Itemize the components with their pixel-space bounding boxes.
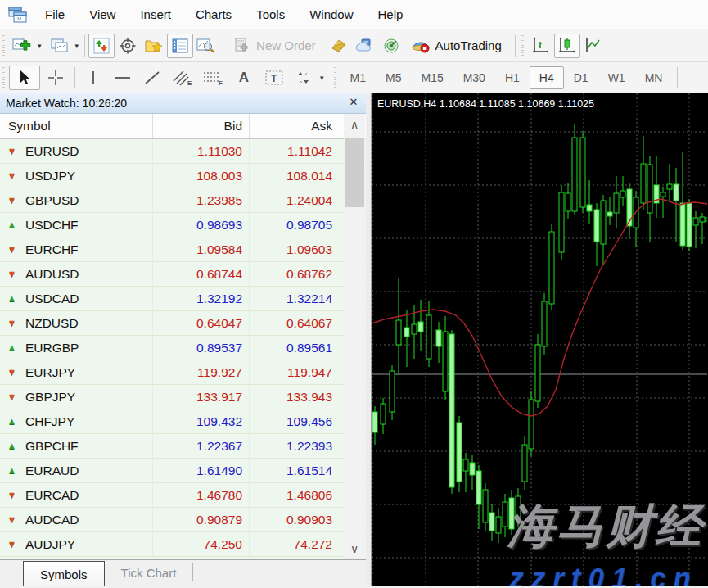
market-watch-tabs: SymbolsTick Chart bbox=[0, 559, 366, 586]
table-row-audcad[interactable]: ▼AUDCAD0.908790.90903 bbox=[0, 508, 366, 532]
timeframe-button-w1[interactable]: W1 bbox=[598, 66, 635, 89]
bid-value: 0.90879 bbox=[152, 508, 249, 531]
bar-chart-mode-button[interactable] bbox=[528, 34, 554, 58]
symbol-cell: ▼EURCHF bbox=[0, 242, 152, 257]
table-row-eurjpy[interactable]: ▼EURJPY119.927119.947 bbox=[0, 360, 366, 385]
vertical-line-tool-button[interactable] bbox=[79, 66, 108, 90]
table-row-audjpy[interactable]: ▼AUDJPY74.25074.272 bbox=[0, 532, 366, 557]
table-row-eurcad[interactable]: ▼EURCAD1.467801.46806 bbox=[0, 483, 366, 508]
profiles-caret-icon[interactable]: ▾ bbox=[75, 42, 79, 50]
table-row-usdchf[interactable]: ▲USDCHF0.986930.98705 bbox=[0, 213, 366, 237]
timeframe-button-m30[interactable]: M30 bbox=[453, 66, 495, 89]
strategy-tester-button[interactable] bbox=[193, 34, 219, 58]
signals-button[interactable] bbox=[378, 34, 404, 58]
table-row-gbpjpy[interactable]: ▼GBPJPY133.917133.943 bbox=[0, 385, 366, 409]
scrollbar-track[interactable] bbox=[344, 135, 365, 538]
table-row-eurusd[interactable]: ▼EURUSD1.110301.11042 bbox=[0, 139, 366, 164]
timeframe-button-m5[interactable]: M5 bbox=[376, 66, 411, 89]
cursor-tool-button[interactable] bbox=[9, 66, 40, 90]
text-label-tool-button[interactable]: T bbox=[259, 66, 290, 90]
metaeditor-button[interactable] bbox=[326, 34, 352, 58]
arrows-tool-caret-icon[interactable]: ▾ bbox=[320, 74, 324, 82]
table-row-chfjpy[interactable]: ▲CHFJPY109.432109.456 bbox=[0, 409, 366, 434]
tab-symbols[interactable]: Symbols bbox=[23, 561, 105, 586]
table-row-gbpusd[interactable]: ▼GBPUSD1.239851.24004 bbox=[0, 188, 366, 213]
terminal-button[interactable] bbox=[167, 34, 193, 58]
autotrading-label: AutoTrading bbox=[435, 38, 502, 52]
market-watch-titlebar[interactable]: Market Watch: 10:26:20 ✕ bbox=[0, 93, 366, 114]
menu-item-window[interactable]: Window bbox=[297, 0, 365, 29]
data-window-button[interactable] bbox=[115, 34, 141, 58]
table-row-eurchf[interactable]: ▼EURCHF1.095841.09603 bbox=[0, 237, 366, 262]
candle-chart-mode-button[interactable] bbox=[554, 34, 580, 58]
new-order-button[interactable]: New Order bbox=[227, 34, 322, 58]
symbol-name: EURAUD bbox=[25, 464, 79, 478]
bid-value: 1.22367 bbox=[152, 434, 249, 458]
navigator-button[interactable] bbox=[141, 34, 167, 58]
symbol-cell: ▼AUDCAD bbox=[0, 513, 152, 527]
crosshair-tool-button[interactable] bbox=[40, 66, 71, 90]
strategy-tester-icon bbox=[196, 38, 216, 54]
table-row-nzdusd[interactable]: ▼NZDUSD0.640470.64067 bbox=[0, 311, 366, 336]
timeframe-button-mn[interactable]: MN bbox=[635, 66, 673, 89]
ask-value: 108.014 bbox=[249, 164, 339, 188]
bid-value: 74.250 bbox=[152, 532, 249, 556]
menu-item-help[interactable]: Help bbox=[366, 0, 416, 29]
line-chart-mode-button[interactable] bbox=[580, 34, 607, 58]
symbol-cell: ▲GBPCHF bbox=[0, 439, 152, 454]
table-row-audusd[interactable]: ▼AUDUSD0.687440.68762 bbox=[0, 262, 366, 287]
symbol-name: NZDUSD bbox=[25, 316, 79, 331]
column-header-bid[interactable]: Bid bbox=[152, 114, 249, 138]
toolbar-grip[interactable] bbox=[332, 67, 339, 88]
table-row-usdcad[interactable]: ▲USDCAD1.321921.32214 bbox=[0, 287, 366, 311]
cloud-icon bbox=[355, 38, 375, 54]
symbol-name: USDJPY bbox=[25, 169, 75, 183]
column-header-symbol[interactable]: Symbol bbox=[0, 119, 152, 133]
equidistant-channel-tool-button[interactable]: E bbox=[167, 66, 198, 90]
toolbar-grip[interactable] bbox=[1, 67, 7, 88]
new-chart-caret-icon[interactable]: ▾ bbox=[38, 42, 42, 50]
text-tool-button[interactable]: A bbox=[229, 66, 259, 90]
symbol-name: AUDUSD bbox=[25, 267, 79, 282]
toolbar-grip[interactable] bbox=[1, 35, 7, 57]
autotrading-button[interactable]: AutoTrading bbox=[404, 34, 508, 58]
profiles-button[interactable] bbox=[47, 34, 73, 58]
close-icon[interactable]: ✕ bbox=[347, 96, 360, 108]
table-row-eurgbp[interactable]: ▲EURGBP0.895370.89561 bbox=[0, 336, 366, 360]
scroll-up-icon[interactable]: ∧ bbox=[344, 114, 365, 135]
market-watch-scrollbar[interactable]: ∧ ∨ bbox=[344, 114, 365, 559]
arrows-tool-icon bbox=[295, 70, 313, 86]
timeframe-button-h4[interactable]: H4 bbox=[530, 66, 564, 89]
menu-item-view[interactable]: View bbox=[77, 0, 128, 29]
scroll-down-icon[interactable]: ∨ bbox=[344, 538, 365, 559]
equidistant-channel-icon: E bbox=[172, 70, 193, 86]
horizontal-line-tool-button[interactable] bbox=[108, 66, 138, 90]
timeframe-button-h1[interactable]: H1 bbox=[495, 66, 530, 89]
table-row-usdjpy[interactable]: ▼USDJPY108.003108.014 bbox=[0, 164, 366, 188]
timeframe-button-m1[interactable]: M1 bbox=[340, 66, 376, 89]
menu-item-insert[interactable]: Insert bbox=[128, 0, 183, 29]
table-row-gbpchf[interactable]: ▲GBPCHF1.223671.22393 bbox=[0, 434, 366, 459]
trendline-icon bbox=[143, 70, 161, 86]
tab-tick-chart[interactable]: Tick Chart bbox=[105, 563, 194, 581]
column-header-ask[interactable]: Ask bbox=[249, 114, 339, 138]
candle-chart-mode-icon bbox=[557, 37, 577, 55]
menu-item-tools[interactable]: Tools bbox=[244, 0, 297, 29]
menu-item-file[interactable]: File bbox=[33, 0, 77, 29]
arrows-tool-button[interactable] bbox=[290, 66, 318, 90]
market-watch-toggle-button[interactable] bbox=[88, 34, 115, 58]
new-chart-button[interactable] bbox=[9, 34, 35, 58]
timeframe-button-d1[interactable]: D1 bbox=[564, 66, 598, 89]
bid-value: 1.09584 bbox=[152, 237, 249, 261]
chart-area[interactable]: EURUSD,H4 1.10684 1.11085 1.10669 1.1102… bbox=[372, 93, 708, 586]
table-row-euraud[interactable]: ▲EURAUD1.614901.61514 bbox=[0, 459, 366, 483]
panel-splitter[interactable] bbox=[366, 93, 372, 586]
symbol-cell: ▼EURCAD bbox=[0, 488, 152, 503]
scrollbar-thumb[interactable] bbox=[345, 138, 364, 207]
fibonacci-tool-button[interactable]: F bbox=[198, 66, 229, 90]
trendline-tool-button[interactable] bbox=[138, 66, 167, 90]
menu-item-charts[interactable]: Charts bbox=[183, 0, 244, 29]
cloud-button[interactable] bbox=[352, 34, 378, 58]
toolbar-grip[interactable] bbox=[520, 35, 526, 57]
timeframe-button-m15[interactable]: M15 bbox=[411, 66, 453, 89]
